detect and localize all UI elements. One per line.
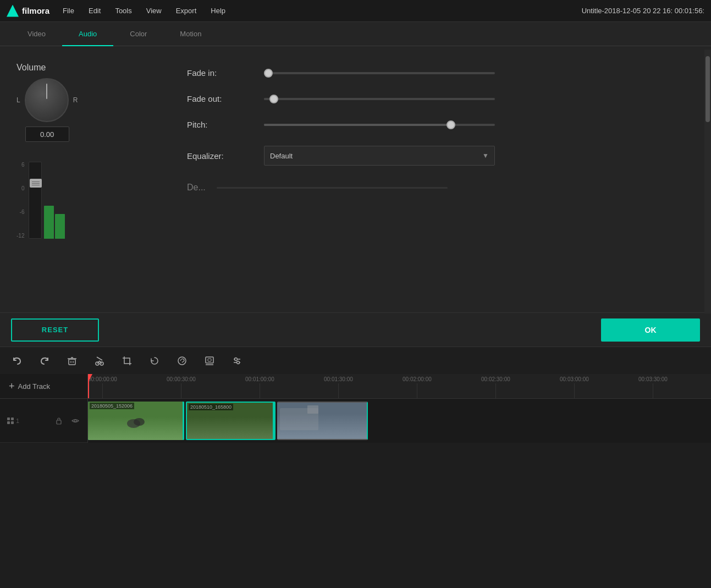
ruler-mark-5: 00:02:30:00 bbox=[481, 374, 510, 398]
ruler-mark-1: 00:00:30:00 bbox=[167, 374, 196, 398]
tab-audio[interactable]: Audio bbox=[62, 22, 113, 46]
clip-right-edge[interactable] bbox=[183, 402, 184, 440]
svg-rect-32 bbox=[307, 405, 318, 414]
timeline-toolbar bbox=[0, 347, 711, 374]
clip-1[interactable]: 20180505_152006 bbox=[88, 402, 184, 440]
menu-tools[interactable]: Tools bbox=[113, 6, 134, 16]
playhead[interactable] bbox=[88, 374, 89, 398]
vu-scale: 6 0 -6 -12 bbox=[16, 162, 26, 239]
tab-motion[interactable]: Motion bbox=[163, 22, 218, 46]
window-title: Untitle-2018-12-05 20 22 16: 00:01:56: bbox=[582, 7, 704, 15]
edit-button[interactable] bbox=[174, 353, 190, 369]
reset-button[interactable]: RESET bbox=[11, 318, 99, 342]
ruler-mark-4: 00:02:00:00 bbox=[403, 374, 432, 398]
menubar: filmora File Edit Tools View Export Help… bbox=[0, 0, 711, 22]
pitch-slider[interactable] bbox=[264, 124, 495, 126]
svg-point-21 bbox=[235, 358, 238, 360]
crop-button[interactable] bbox=[119, 353, 135, 369]
clip-3[interactable] bbox=[277, 402, 368, 440]
svg-rect-10 bbox=[124, 358, 130, 364]
properties-panel: Video Audio Color Motion Volume L R 0.00 bbox=[0, 22, 711, 347]
clip-thumbnail-2: 20180510_165800 bbox=[187, 403, 274, 439]
track-controls: 1 bbox=[0, 399, 88, 443]
content-area: Volume L R 0.00 6 0 -6 -12 bbox=[0, 46, 711, 312]
svg-rect-26 bbox=[11, 421, 14, 424]
knob-container: L R 0.00 bbox=[16, 78, 78, 142]
pitch-thumb[interactable] bbox=[447, 120, 455, 129]
menu-file[interactable]: File bbox=[60, 6, 76, 16]
menu-view[interactable]: View bbox=[144, 6, 164, 16]
undo-button[interactable] bbox=[9, 353, 25, 369]
tab-video[interactable]: Video bbox=[11, 22, 62, 46]
redo-button[interactable] bbox=[36, 353, 53, 369]
ok-button[interactable]: OK bbox=[601, 318, 700, 342]
fade-out-thumb[interactable] bbox=[269, 95, 278, 103]
fade-in-thumb[interactable] bbox=[264, 69, 273, 78]
bottom-buttons: RESET OK bbox=[0, 312, 711, 347]
controls-section: Fade in: Fade out: Pitch: bbox=[165, 57, 700, 301]
app-logo: filmora bbox=[7, 5, 49, 17]
volume-section: Volume L R 0.00 6 0 -6 -12 bbox=[11, 57, 154, 301]
add-track-label: Add Track bbox=[18, 382, 51, 391]
menu-help[interactable]: Help bbox=[208, 6, 228, 16]
track-area: 1 bbox=[0, 399, 711, 443]
menu-edit[interactable]: Edit bbox=[86, 6, 103, 16]
ruler-time-4: 00:02:00:00 bbox=[403, 374, 432, 382]
svg-rect-18 bbox=[208, 359, 211, 361]
panel-scrollbar-thumb[interactable] bbox=[706, 56, 710, 122]
logo-text: filmora bbox=[22, 6, 49, 15]
knob-wrapper: L R bbox=[16, 78, 78, 122]
clip-video-content-1 bbox=[120, 410, 153, 432]
timeline-ruler: 00:00:00:00 00:00:30:00 00:01:00:00 00:0… bbox=[88, 374, 711, 398]
svg-point-22 bbox=[237, 361, 240, 364]
clip-2[interactable]: 20180510_165800 bbox=[186, 402, 275, 440]
fade-out-row: Fade out: bbox=[187, 94, 684, 103]
partial-row: De... bbox=[187, 182, 684, 193]
volume-knob[interactable] bbox=[25, 78, 69, 122]
add-track-button[interactable]: + Add Track bbox=[0, 374, 88, 398]
track-visibility-button[interactable] bbox=[70, 415, 81, 426]
tabs: Video Audio Color Motion bbox=[0, 22, 711, 46]
svg-line-9 bbox=[97, 357, 102, 360]
timeline-header: + Add Track 00:00:00:00 00:00:30:00 00:0… bbox=[0, 374, 711, 399]
delete-button[interactable] bbox=[64, 353, 80, 369]
svg-rect-25 bbox=[7, 421, 10, 424]
svg-rect-16 bbox=[206, 357, 213, 363]
ruler-time-3: 00:01:30:00 bbox=[324, 374, 353, 382]
track-lock-button[interactable] bbox=[53, 415, 64, 426]
ruler-time-7: 00:03:30:00 bbox=[638, 374, 668, 382]
partial-label: De... bbox=[187, 183, 206, 193]
equalizer-select[interactable]: Default ▼ bbox=[264, 146, 495, 166]
fade-out-slider[interactable] bbox=[264, 98, 495, 100]
rotate-button[interactable] bbox=[146, 353, 163, 369]
tab-color[interactable]: Color bbox=[113, 22, 163, 46]
knob-indicator bbox=[46, 84, 47, 99]
plus-icon: + bbox=[9, 381, 15, 392]
clip-thumbnail-1: 20180505_152006 bbox=[88, 402, 184, 440]
track-control-row-1: 1 bbox=[0, 399, 87, 443]
audio-settings-button[interactable] bbox=[229, 353, 245, 369]
menu-items: File Edit Tools View Export Help bbox=[60, 6, 571, 16]
ruler-mark-7: 00:03:30:00 bbox=[638, 374, 668, 398]
ruler-mark-3: 00:01:30:00 bbox=[324, 374, 353, 398]
vu-bar-right bbox=[55, 214, 65, 239]
vu-bar-left bbox=[44, 206, 54, 239]
vu-scale-m12: -12 bbox=[16, 233, 24, 239]
ruler-time-2: 00:01:00:00 bbox=[245, 374, 274, 382]
cut-button[interactable] bbox=[91, 353, 108, 369]
panel-scrollbar[interactable] bbox=[704, 50, 711, 314]
clip-right-edge-2[interactable] bbox=[273, 403, 274, 439]
logo-icon bbox=[7, 5, 19, 17]
equalizer-value: Default bbox=[270, 152, 293, 160]
playhead-marker bbox=[88, 374, 92, 382]
svg-rect-24 bbox=[11, 417, 14, 420]
ruler-time-6: 00:03:00:00 bbox=[560, 374, 589, 382]
volume-fader-thumb[interactable] bbox=[30, 179, 42, 188]
fade-in-slider[interactable] bbox=[264, 72, 495, 74]
grid-icon bbox=[7, 417, 14, 425]
volume-value[interactable]: 0.00 bbox=[25, 127, 69, 142]
menu-export[interactable]: Export bbox=[174, 6, 199, 16]
vu-scale-6: 6 bbox=[16, 162, 24, 168]
vu-meter: 6 0 -6 -12 bbox=[16, 151, 65, 239]
frame-button[interactable] bbox=[201, 353, 218, 369]
